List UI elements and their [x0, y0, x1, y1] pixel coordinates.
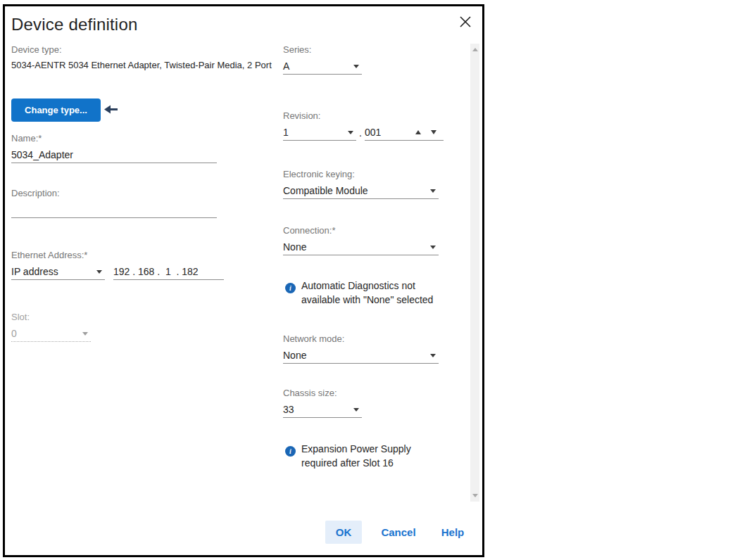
dialog-title: Device definition [11, 15, 138, 34]
dropdown-arrow-icon [430, 354, 436, 357]
series-field: Series: A [283, 44, 362, 75]
electronic-keying-label: Electronic keying: [283, 168, 439, 181]
dropdown-arrow-icon [430, 246, 436, 249]
revision-separator: . [356, 127, 365, 141]
scrollbar-down-icon[interactable] [472, 494, 478, 497]
chassis-size-label: Chassis size: [283, 387, 362, 400]
network-mode-value: None [283, 350, 306, 361]
series-label: Series: [283, 44, 362, 56]
revision-major-dropdown[interactable]: 1 [283, 125, 356, 141]
series-value: A [283, 61, 289, 72]
scrollbar-up-icon[interactable] [472, 48, 478, 51]
slot-label: Slot: [11, 311, 91, 324]
name-input[interactable]: 5034_Adapter [11, 147, 217, 163]
revision-minor-spinner[interactable]: 001 [365, 125, 444, 141]
ethernet-address-type-dropdown[interactable]: IP address [11, 264, 105, 280]
slot-value: 0 [11, 328, 17, 339]
network-mode-field: Network mode: None [283, 333, 439, 364]
electronic-keying-value: Compatible Module [283, 185, 368, 196]
info-icon: i [285, 446, 296, 457]
slot-field: Slot: 0 [11, 311, 91, 342]
dropdown-arrow-icon [82, 332, 88, 336]
connection-dropdown[interactable]: None [283, 239, 439, 255]
dropdown-arrow-icon [430, 189, 436, 193]
description-label: Description: [11, 187, 217, 200]
cancel-button[interactable]: Cancel [377, 521, 420, 544]
change-type-button[interactable]: Change type... [11, 98, 101, 122]
ethernet-address-field: Ethernet Address:* IP address 192 . 168 … [11, 249, 224, 280]
description-input[interactable] [11, 202, 217, 218]
help-button[interactable]: Help [436, 521, 470, 544]
electronic-keying-field: Electronic keying: Compatible Module [283, 168, 439, 199]
chassis-info-note: i Expansion Power Supply required after … [285, 442, 440, 470]
close-icon [459, 15, 472, 31]
ip-address-value: 192 . 168 . 1 . 182 [113, 266, 199, 277]
info-icon: i [285, 283, 296, 293]
ip-address-input[interactable]: 192 . 168 . 1 . 182 [113, 264, 224, 280]
revision-minor-value: 001 [365, 127, 381, 138]
slot-dropdown: 0 [11, 326, 91, 342]
series-dropdown[interactable]: A [283, 58, 362, 75]
ethernet-address-label: Ethernet Address:* [11, 249, 224, 262]
connection-value: None [283, 241, 306, 253]
name-field: Name:* 5034_Adapter [11, 132, 217, 163]
dropdown-arrow-icon [353, 65, 359, 68]
name-label: Name:* [11, 132, 217, 145]
connection-field: Connection:* None [283, 224, 439, 255]
dropdown-arrow-icon [353, 408, 359, 412]
revision-label: Revision: [283, 110, 444, 122]
device-type-value: 5034-AENTR 5034 Ethernet Adapter, Twiste… [11, 58, 273, 72]
description-field: Description: [11, 187, 217, 218]
network-mode-label: Network mode: [283, 333, 439, 345]
connection-info-text: Automatic Diagnostics not available with… [301, 279, 446, 307]
revision-field: Revision: 1 . 001 [283, 110, 444, 141]
device-definition-dialog: Device definition Device type: 5034-AENT… [3, 4, 484, 557]
electronic-keying-dropdown[interactable]: Compatible Module [283, 183, 439, 199]
connection-label: Connection:* [283, 224, 439, 237]
connection-info-note: i Automatic Diagnostics not available wi… [285, 279, 448, 307]
network-mode-dropdown[interactable]: None [283, 348, 439, 364]
ok-button[interactable]: OK [325, 521, 362, 544]
device-type-label: Device type: [11, 44, 273, 56]
chassis-size-value: 33 [283, 404, 294, 415]
ethernet-address-type-value: IP address [11, 266, 58, 277]
spinner-up-icon[interactable] [415, 130, 421, 134]
spinner-down-icon[interactable] [431, 130, 436, 134]
device-type-field: Device type: 5034-AENTR 5034 Ethernet Ad… [11, 44, 273, 72]
chassis-size-field: Chassis size: 33 [283, 387, 362, 418]
dropdown-arrow-icon [96, 270, 102, 274]
revision-major-value: 1 [283, 127, 289, 138]
back-arrow-icon [104, 104, 118, 117]
vertical-scrollbar[interactable] [470, 44, 479, 502]
chassis-info-text: Expansion Power Supply required after Sl… [301, 442, 434, 470]
dropdown-arrow-icon [348, 131, 353, 134]
name-value: 5034_Adapter [11, 149, 73, 160]
close-button[interactable] [457, 15, 474, 32]
chassis-size-dropdown[interactable]: 33 [283, 402, 362, 418]
